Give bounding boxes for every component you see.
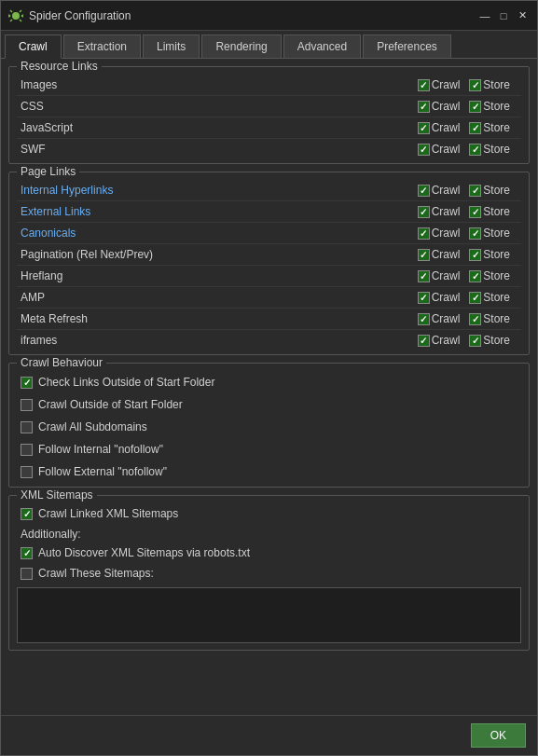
internal-crawl-checkbox[interactable] xyxy=(418,185,430,197)
page-iframes-name: iframes xyxy=(21,334,418,347)
spider-icon xyxy=(8,8,23,23)
resource-images-name: Images xyxy=(21,78,418,91)
ok-button[interactable]: OK xyxy=(471,723,526,748)
images-store-label: Store xyxy=(483,78,510,91)
images-store-checkbox[interactable] xyxy=(469,79,481,91)
hreflang-store-checkbox[interactable] xyxy=(469,270,481,282)
minimize-button[interactable]: — xyxy=(477,8,492,23)
amp-crawl-label: Crawl xyxy=(432,291,461,304)
js-store-checkbox[interactable] xyxy=(469,122,481,134)
page-external-name: External Links xyxy=(21,205,418,218)
window-title: Spider Configuration xyxy=(29,9,472,22)
iframes-store-label: Store xyxy=(483,334,510,347)
css-store-checkbox[interactable] xyxy=(469,101,481,113)
meta-refresh-store-label: Store xyxy=(483,312,510,325)
external-crawl-label: Crawl xyxy=(432,205,461,218)
behaviour-follow-internal-row: Follow Internal "nofollow" xyxy=(17,438,521,460)
crawl-these-label: Crawl These Sitemaps: xyxy=(38,567,154,580)
crawl-linked-checkbox[interactable] xyxy=(21,508,33,520)
meta-refresh-crawl-checkbox[interactable] xyxy=(418,313,430,325)
meta-refresh-crawl-label: Crawl xyxy=(432,312,461,325)
iframes-crawl-label: Crawl xyxy=(432,334,461,347)
crawl-subdomains-checkbox[interactable] xyxy=(21,421,33,433)
external-crawl-checkbox[interactable] xyxy=(418,206,430,218)
images-crawl-checkbox[interactable] xyxy=(418,79,430,91)
swf-crawl-checkbox[interactable] xyxy=(418,144,430,156)
hreflang-crawl-checkbox[interactable] xyxy=(418,270,430,282)
amp-crawl-store: Crawl Store xyxy=(418,291,517,304)
internal-store-checkbox[interactable] xyxy=(469,185,481,197)
tab-rendering[interactable]: Rendering xyxy=(201,34,281,58)
canonicals-crawl-checkbox[interactable] xyxy=(418,227,430,240)
page-canonicals-row: Canonicals Crawl Store xyxy=(17,223,521,244)
pagination-store-checkbox[interactable] xyxy=(469,249,481,261)
behaviour-check-outside-row: Check Links Outside of Start Folder xyxy=(17,371,521,393)
xml-sitemaps-label: XML Sitemaps xyxy=(17,488,97,502)
additionally-label: Additionally: xyxy=(17,524,521,543)
crawl-subdomains-label: Crawl All Subdomains xyxy=(38,420,147,433)
svg-line-7 xyxy=(8,16,10,17)
auto-discover-row: Auto Discover XML Sitemaps via robots.tx… xyxy=(17,543,521,563)
crawl-linked-xml-row: Crawl Linked XML Sitemaps xyxy=(17,503,521,524)
follow-internal-checkbox[interactable] xyxy=(21,444,33,456)
page-links-label: Page Links xyxy=(17,165,79,178)
follow-external-checkbox[interactable] xyxy=(21,466,33,478)
resource-images-row: Images Crawl Store xyxy=(17,75,521,96)
svg-line-8 xyxy=(21,16,23,17)
page-external-row: External Links Crawl Store xyxy=(17,201,521,223)
tab-extraction[interactable]: Extraction xyxy=(63,34,141,58)
iframes-store-checkbox[interactable] xyxy=(469,335,481,347)
canonicals-store-label: Store xyxy=(483,227,510,240)
css-crawl-checkbox[interactable] xyxy=(418,101,430,113)
external-store-checkbox[interactable] xyxy=(469,206,481,218)
svg-point-0 xyxy=(12,12,20,20)
tab-crawl[interactable]: Crawl xyxy=(5,34,62,59)
meta-refresh-store-checkbox[interactable] xyxy=(469,313,481,325)
resource-links-group: Resource Links Images Crawl Store CSS Cr… xyxy=(8,66,530,164)
page-canonicals-name: Canonicals xyxy=(21,227,418,240)
swf-store-label: Store xyxy=(483,143,510,156)
content-area: Resource Links Images Crawl Store CSS Cr… xyxy=(1,59,537,715)
crawl-behaviour-group: Crawl Behaviour Check Links Outside of S… xyxy=(8,363,530,488)
page-internal-name: Internal Hyperlinks xyxy=(21,184,418,197)
images-crawl-label: Crawl xyxy=(432,78,461,91)
crawl-outside-checkbox[interactable] xyxy=(21,399,33,411)
pagination-crawl-store: Crawl Store xyxy=(418,248,517,261)
iframes-crawl-checkbox[interactable] xyxy=(418,335,430,347)
pagination-store-label: Store xyxy=(483,248,510,261)
resource-js-name: JavaScript xyxy=(21,121,418,134)
amp-store-checkbox[interactable] xyxy=(469,292,481,304)
canonicals-store-checkbox[interactable] xyxy=(469,227,481,240)
footer: OK xyxy=(1,715,537,755)
svg-line-3 xyxy=(10,20,12,21)
pagination-crawl-checkbox[interactable] xyxy=(418,249,430,261)
crawl-outside-label: Crawl Outside of Start Folder xyxy=(38,398,183,411)
maximize-button[interactable]: □ xyxy=(496,8,511,23)
meta-refresh-crawl-store: Crawl Store xyxy=(418,312,517,325)
auto-discover-checkbox[interactable] xyxy=(21,547,33,559)
page-meta-refresh-row: Meta Refresh Crawl Store xyxy=(17,309,521,330)
svg-line-2 xyxy=(20,10,21,12)
crawl-these-checkbox[interactable] xyxy=(21,568,33,580)
swf-store-checkbox[interactable] xyxy=(469,144,481,156)
page-hreflang-row: Hreflang Crawl Store xyxy=(17,266,521,287)
tab-advanced[interactable]: Advanced xyxy=(283,34,361,58)
close-button[interactable]: ✕ xyxy=(515,8,530,23)
crawl-behaviour-label: Crawl Behaviour xyxy=(17,356,106,369)
tab-preferences[interactable]: Preferences xyxy=(363,34,451,58)
sitemaps-textarea[interactable] xyxy=(17,587,521,643)
canonicals-crawl-store: Crawl Store xyxy=(418,227,517,240)
page-pagination-name: Pagination (Rel Next/Prev) xyxy=(21,248,418,261)
js-crawl-checkbox[interactable] xyxy=(418,122,430,134)
behaviour-crawl-outside-row: Crawl Outside of Start Folder xyxy=(17,393,521,416)
resource-swf-name: SWF xyxy=(21,143,418,156)
external-store-label: Store xyxy=(483,205,510,218)
tab-limits[interactable]: Limits xyxy=(143,34,200,58)
page-internal-row: Internal Hyperlinks Crawl Store xyxy=(17,180,521,201)
hreflang-store-label: Store xyxy=(483,269,510,282)
check-outside-checkbox[interactable] xyxy=(21,377,33,389)
resource-links-label: Resource Links xyxy=(17,60,102,73)
tab-bar: Crawl Extraction Limits Rendering Advanc… xyxy=(1,31,537,59)
js-crawl-store: Crawl Store xyxy=(418,121,517,134)
amp-crawl-checkbox[interactable] xyxy=(418,292,430,304)
